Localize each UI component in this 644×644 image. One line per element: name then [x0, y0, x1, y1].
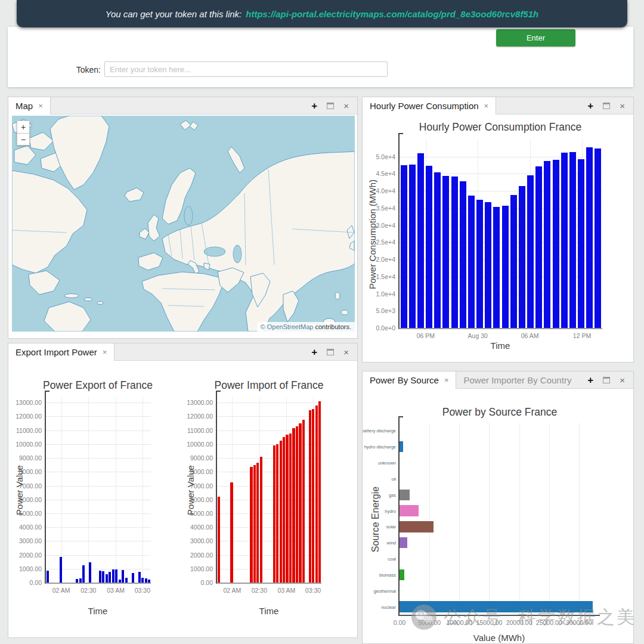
bar[interactable]	[119, 580, 121, 583]
bar[interactable]	[132, 573, 134, 583]
bar[interactable]	[493, 207, 500, 328]
bar[interactable]	[315, 405, 318, 583]
bar[interactable]	[400, 441, 403, 452]
bar[interactable]	[442, 176, 449, 328]
bar[interactable]	[60, 557, 62, 583]
bar[interactable]	[289, 434, 292, 583]
bar[interactable]	[125, 578, 128, 583]
bar[interactable]	[292, 428, 295, 583]
close-panel-icon[interactable]: ×	[343, 348, 349, 357]
bar[interactable]	[286, 435, 288, 583]
bar[interactable]	[535, 166, 542, 328]
token-input[interactable]	[104, 61, 388, 77]
close-panel-icon[interactable]: ×	[620, 376, 625, 385]
bar[interactable]	[299, 423, 301, 583]
bar[interactable]	[595, 148, 601, 328]
bar[interactable]	[400, 537, 407, 548]
bar[interactable]	[409, 165, 416, 328]
maximize-icon[interactable]	[327, 103, 334, 109]
close-panel-icon[interactable]: ×	[620, 101, 625, 110]
add-panel-icon[interactable]: +	[311, 101, 317, 111]
bar[interactable]	[400, 521, 434, 532]
add-panel-icon[interactable]: +	[311, 347, 317, 357]
bar[interactable]	[106, 574, 108, 583]
bar[interactable]	[115, 569, 117, 583]
bar[interactable]	[253, 465, 256, 583]
bar[interactable]	[309, 410, 311, 583]
bar[interactable]	[527, 175, 534, 328]
bar[interactable]	[468, 196, 475, 328]
bar[interactable]	[578, 159, 584, 328]
bar[interactable]	[138, 572, 141, 583]
maximize-icon[interactable]	[603, 103, 610, 109]
bar[interactable]	[400, 490, 410, 500]
bar[interactable]	[109, 572, 111, 583]
bar[interactable]	[553, 160, 559, 328]
bar[interactable]	[426, 166, 432, 328]
bar[interactable]	[256, 463, 259, 583]
bar[interactable]	[280, 441, 282, 583]
add-panel-icon[interactable]: +	[587, 101, 593, 111]
tab-close-icon[interactable]: ×	[484, 101, 489, 110]
bar[interactable]	[400, 505, 419, 516]
bar[interactable]	[218, 497, 220, 583]
power-export-chart[interactable]: 0.001000.002000.003000.004000.005000.006…	[45, 397, 151, 584]
bar[interactable]	[401, 165, 407, 328]
map-zoom-out-button[interactable]: −	[17, 133, 30, 145]
bar[interactable]	[141, 578, 144, 583]
add-panel-icon[interactable]: +	[587, 375, 593, 385]
bar[interactable]	[260, 457, 262, 583]
bar[interactable]	[145, 578, 147, 583]
bar[interactable]	[417, 153, 424, 328]
bar[interactable]	[273, 445, 275, 583]
bar[interactable]	[76, 579, 78, 583]
bar[interactable]	[318, 401, 321, 583]
maximize-icon[interactable]	[603, 377, 610, 383]
tab-close-icon[interactable]: ×	[103, 348, 107, 357]
bar[interactable]	[561, 153, 568, 328]
bar[interactable]	[302, 420, 305, 583]
tab-close-icon[interactable]: ×	[38, 101, 43, 110]
bar[interactable]	[586, 147, 593, 328]
tab-hourly-power-consumption[interactable]: Hourly Power Consumption ×	[363, 97, 496, 114]
bar[interactable]	[102, 571, 104, 583]
bar[interactable]	[544, 161, 550, 328]
bar[interactable]	[502, 206, 509, 328]
tab-power-by-source[interactable]: Power By Source ×	[363, 371, 456, 389]
token-portal-link[interactable]: https://api-portal.electricitymaps.com/c…	[246, 9, 538, 19]
bar[interactable]	[250, 467, 252, 583]
bar[interactable]	[296, 426, 298, 583]
bar[interactable]	[476, 200, 483, 328]
tab-map[interactable]: Map ×	[8, 97, 51, 114]
bar[interactable]	[485, 202, 491, 328]
bar[interactable]	[148, 580, 150, 583]
bar[interactable]	[122, 570, 124, 583]
enter-button[interactable]: Enter	[496, 29, 575, 47]
hourly-consumption-chart[interactable]: 0.0e+05.0e+31.0e+41.5e+42.0e+42.5e+43.0e…	[398, 140, 602, 329]
bar[interactable]	[79, 578, 82, 583]
bar[interactable]	[510, 195, 517, 328]
power-by-source-chart[interactable]: 0.005000.0010000.0015000.0020000.0025000…	[398, 423, 600, 616]
bar[interactable]	[400, 601, 593, 612]
bar[interactable]	[99, 571, 101, 583]
close-panel-icon[interactable]: ×	[343, 101, 349, 110]
tab-export-import-power[interactable]: Export Import Power ×	[8, 343, 114, 361]
bar[interactable]	[89, 562, 91, 583]
tab-close-icon[interactable]: ×	[444, 376, 449, 385]
bar[interactable]	[451, 177, 458, 328]
world-map[interactable]: + −	[12, 116, 355, 332]
map-zoom-in-button[interactable]: +	[17, 120, 30, 133]
bar[interactable]	[569, 152, 576, 328]
bar[interactable]	[283, 437, 285, 583]
bar[interactable]	[519, 186, 525, 328]
bar[interactable]	[47, 571, 49, 583]
osm-link[interactable]: © OpenStreetMap	[261, 323, 314, 330]
maximize-icon[interactable]	[327, 349, 334, 355]
tab-power-importer-by-country[interactable]: Power Importer By Country	[456, 371, 578, 388]
bar[interactable]	[312, 409, 314, 583]
power-import-chart[interactable]: 0.001000.002000.003000.004000.005000.006…	[216, 397, 321, 584]
bar[interactable]	[276, 444, 278, 583]
bar[interactable]	[230, 482, 233, 583]
bar[interactable]	[460, 181, 466, 328]
bar[interactable]	[400, 569, 404, 580]
